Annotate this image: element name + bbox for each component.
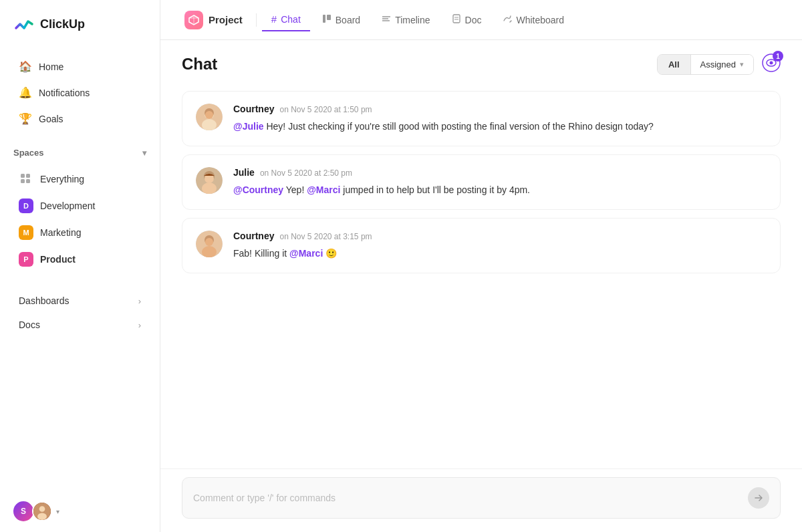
sidebar-item-goals[interactable]: 🏆 Goals bbox=[5, 106, 154, 132]
message-body-3: Courtney on Nov 5 2020 at 3:15 pm Fab! K… bbox=[233, 231, 767, 261]
sidebar-item-product[interactable]: P Product bbox=[5, 246, 154, 273]
chat-input-area: Comment or type '/' for commands bbox=[160, 469, 802, 532]
chevron-right-icon: › bbox=[138, 296, 141, 306]
filter-group: All Assigned ▾ bbox=[657, 54, 754, 75]
chat-header: Chat All Assigned ▾ 1 bbox=[160, 40, 802, 86]
spaces-list: Everything D Development M Marketing P P… bbox=[0, 163, 160, 275]
svg-point-6 bbox=[37, 513, 47, 520]
mention-courtney: @Courtney bbox=[233, 184, 283, 195]
project-title: Project bbox=[209, 14, 243, 25]
sidebar-item-home-label: Home bbox=[39, 61, 63, 72]
svg-rect-1 bbox=[26, 174, 30, 178]
sidebar-nav: 🏠 Home 🔔 Notifications 🏆 Goals bbox=[0, 48, 160, 137]
avatar-user bbox=[32, 501, 52, 521]
avatar-dropdown-icon[interactable]: ▾ bbox=[56, 508, 59, 515]
chat-input-box[interactable]: Comment or type '/' for commands bbox=[182, 477, 781, 519]
tab-board[interactable]: Board bbox=[313, 9, 370, 31]
marketing-badge: M bbox=[19, 225, 33, 240]
user-avatar-face bbox=[33, 501, 51, 521]
sidebar-item-everything[interactable]: Everything bbox=[5, 166, 154, 192]
message-text-1: @Julie Hey! Just checking if you're stil… bbox=[233, 120, 767, 134]
user-avatar-group[interactable]: S ▾ bbox=[13, 501, 59, 521]
chat-tab-icon: # bbox=[271, 13, 277, 25]
send-button[interactable] bbox=[748, 487, 769, 509]
message-author-1: Courtney bbox=[233, 104, 274, 114]
bell-icon: 🔔 bbox=[19, 86, 32, 99]
board-tab-icon bbox=[322, 14, 331, 25]
avatar-s: S bbox=[13, 501, 33, 521]
chat-input-placeholder: Comment or type '/' for commands bbox=[193, 493, 336, 503]
sidebar-item-docs-label: Docs bbox=[19, 319, 40, 330]
message-text-2: @Courtney Yep! @Marci jumped in to help … bbox=[233, 183, 767, 197]
message-body-1: Courtney on Nov 5 2020 at 1:50 pm @Julie… bbox=[233, 104, 767, 134]
assigned-chevron-icon: ▾ bbox=[740, 60, 744, 69]
mention-marci-2: @Marci bbox=[289, 248, 323, 259]
svg-rect-0 bbox=[21, 174, 25, 178]
sidebar-item-dashboards-label: Dashboards bbox=[19, 295, 70, 306]
message-time-2: on Nov 5 2020 at 2:50 pm bbox=[260, 168, 352, 178]
message-card: Courtney on Nov 5 2020 at 1:50 pm @Julie… bbox=[182, 91, 781, 146]
sidebar-item-marketing[interactable]: M Marketing bbox=[5, 219, 154, 246]
message-author-2: Julie bbox=[233, 167, 255, 178]
svg-point-5 bbox=[39, 506, 45, 512]
timeline-tab-label: Timeline bbox=[395, 15, 430, 25]
spaces-header: Spaces ▾ bbox=[0, 137, 160, 163]
avatar-courtney-2 bbox=[196, 231, 223, 257]
message-body-2: Julie on Nov 5 2020 at 2:50 pm @Courtney… bbox=[233, 167, 767, 197]
goals-icon: 🏆 bbox=[19, 112, 32, 125]
logo-text: ClickUp bbox=[40, 17, 85, 31]
avatar-julie bbox=[196, 167, 223, 194]
tab-doc[interactable]: Doc bbox=[442, 9, 491, 31]
message-text-3: Fab! Killing it @Marci 🙂 bbox=[233, 247, 767, 261]
message-time-1: on Nov 5 2020 at 1:50 pm bbox=[279, 105, 372, 114]
message-content-1: Hey! Just checking if you're still good … bbox=[266, 121, 653, 132]
message-emoji: 🙂 bbox=[325, 248, 337, 259]
product-badge: P bbox=[19, 252, 33, 267]
grid-icon bbox=[19, 172, 33, 186]
logo[interactable]: ClickUp bbox=[0, 0, 160, 48]
svg-rect-11 bbox=[327, 15, 331, 20]
top-nav: Project # Chat Board Timeline Doc bbox=[160, 0, 802, 40]
sidebar-item-dashboards[interactable]: Dashboards › bbox=[5, 289, 154, 313]
courtney-avatar-2 bbox=[196, 231, 223, 257]
spaces-collapse-icon[interactable]: ▾ bbox=[142, 148, 146, 158]
message-content-2: Yep! @Marci jumped in to help but I'll b… bbox=[286, 184, 530, 195]
tab-whiteboard[interactable]: Whiteboard bbox=[493, 9, 573, 31]
message-card-2: Julie on Nov 5 2020 at 2:50 pm @Courtney… bbox=[182, 154, 781, 210]
sidebar-item-notifications[interactable]: 🔔 Notifications bbox=[5, 80, 154, 106]
development-badge: D bbox=[19, 198, 33, 213]
cube-icon bbox=[188, 14, 200, 26]
spaces-label: Spaces bbox=[13, 148, 44, 158]
message-author-3: Courtney bbox=[233, 231, 274, 241]
chat-tab-label: Chat bbox=[281, 14, 301, 25]
main-content: Project # Chat Board Timeline Doc bbox=[160, 0, 802, 532]
tab-chat[interactable]: # Chat bbox=[262, 8, 310, 31]
message-card-3: Courtney on Nov 5 2020 at 3:15 pm Fab! K… bbox=[182, 218, 781, 273]
doc-tab-icon bbox=[452, 14, 461, 25]
svg-rect-15 bbox=[453, 15, 460, 23]
sidebar-item-marketing-label: Marketing bbox=[40, 227, 81, 238]
eye-icon-wrap[interactable]: 1 bbox=[762, 53, 781, 75]
svg-point-32 bbox=[205, 238, 213, 246]
chat-title: Chat bbox=[182, 55, 217, 74]
svg-point-25 bbox=[205, 111, 213, 119]
whiteboard-tab-icon bbox=[503, 14, 512, 25]
tab-timeline[interactable]: Timeline bbox=[372, 9, 439, 31]
svg-rect-3 bbox=[26, 179, 30, 183]
sidebar-footer: S ▾ bbox=[0, 491, 160, 532]
project-label[interactable]: Project bbox=[176, 7, 251, 33]
filter-assigned-button[interactable]: Assigned ▾ bbox=[690, 55, 753, 74]
timeline-tab-icon bbox=[382, 14, 391, 25]
eye-badge: 1 bbox=[773, 51, 783, 61]
mention-julie: @Julie bbox=[233, 121, 264, 132]
chat-area: Chat All Assigned ▾ 1 bbox=[160, 40, 802, 532]
home-icon: 🏠 bbox=[19, 60, 32, 73]
sidebar-item-home[interactable]: 🏠 Home bbox=[5, 53, 154, 80]
sidebar-item-goals-label: Goals bbox=[39, 114, 63, 124]
filter-all-button[interactable]: All bbox=[658, 55, 690, 74]
sidebar-item-docs[interactable]: Docs › bbox=[5, 313, 154, 337]
message-time-3: on Nov 5 2020 at 3:15 pm bbox=[279, 232, 372, 241]
nav-divider bbox=[256, 13, 257, 27]
sidebar-item-development[interactable]: D Development bbox=[5, 192, 154, 219]
julie-avatar bbox=[196, 167, 223, 194]
